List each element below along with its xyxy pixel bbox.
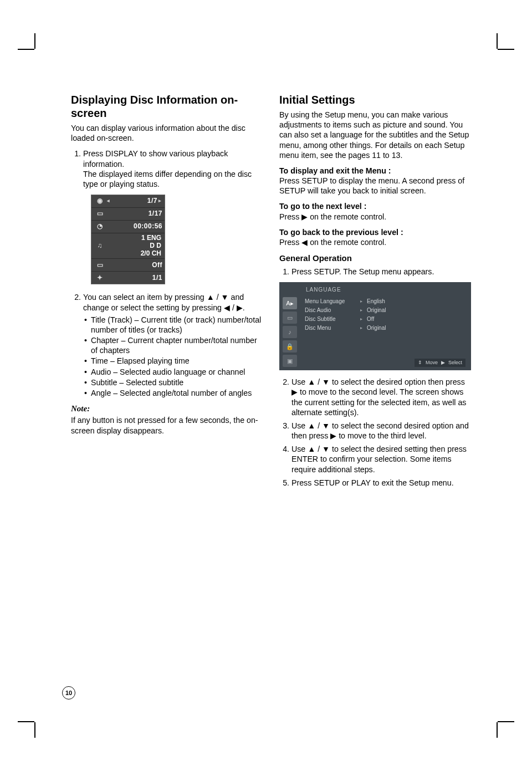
setup-item: Disc Subtitle ▸ Off xyxy=(305,315,467,324)
subtitle-icon: ▭ xyxy=(94,260,106,270)
updown-icon: ⇕ xyxy=(418,360,422,366)
setup-item: Disc Menu ▸ Original xyxy=(305,324,467,333)
setup-value: Original xyxy=(367,325,386,332)
list-item: Use ▲ / ▼ to select the desired option t… xyxy=(291,377,471,417)
paragraph: To go back to the previous level : Press… xyxy=(279,227,471,247)
chevron-right-icon: ▸ xyxy=(360,308,367,313)
body-text: Press ▶ on the remote control. xyxy=(279,212,386,221)
paragraph: To display and exit the Menu : Press SET… xyxy=(279,166,471,196)
tab-others-icon: ▣ xyxy=(283,355,297,367)
tab-language-icon: A▸ xyxy=(283,297,297,309)
osd-value: 2/0 CH xyxy=(141,250,161,258)
crop-mark xyxy=(497,722,498,738)
osd-row-title: ◉ ◂ 1/7 ▸ xyxy=(91,195,165,208)
note-label: Note: xyxy=(71,404,263,414)
crop-mark xyxy=(34,33,35,49)
list-item: Press SETUP or PLAY to exit the Setup me… xyxy=(291,478,471,488)
crop-mark xyxy=(18,49,34,50)
left-column: Displaying Disc Information on-screen Yo… xyxy=(71,93,263,493)
chevron-left-icon: ◂ xyxy=(106,198,111,205)
list-item: Use ▲ / ▼ to select the second desired o… xyxy=(291,421,471,441)
sub-heading: To display and exit the Menu : xyxy=(279,166,391,175)
osd-value: Off xyxy=(106,261,162,269)
setup-value: English xyxy=(367,298,385,305)
osd-row-subtitle: ▭ Off xyxy=(91,259,165,272)
chevron-right-icon: ▸ xyxy=(360,299,367,304)
setup-label: Disc Audio xyxy=(305,307,360,314)
osd-panel: ◉ ◂ 1/7 ▸ ▭ 1/17 ◔ 00:00:56 ♫ 1 ENG D D xyxy=(91,195,165,284)
osd-value: 1 ENG xyxy=(141,234,161,242)
body-text: Press SETUP to display the menu. A secon… xyxy=(279,176,464,195)
sub-heading: To go to the next level : xyxy=(279,202,366,211)
list-item: Use ▲ / ▼ to select the desired setting … xyxy=(291,444,471,474)
heading-general-operation: General Operation xyxy=(279,253,471,263)
step-text: The displayed items differ depending on … xyxy=(83,170,252,188)
steps-list-right-cont: Use ▲ / ▼ to select the desired option t… xyxy=(279,377,471,488)
setup-item: Disc Audio ▸ Original xyxy=(305,306,467,315)
paragraph: To go to the next level : Press ▶ on the… xyxy=(279,201,471,221)
crop-mark xyxy=(497,33,498,49)
osd-row-chapter: ▭ 1/17 xyxy=(91,208,165,221)
crop-mark xyxy=(34,722,35,738)
setup-menu-panel: LANGUAGE A▸ ▭ ♪ 🔒 ▣ Menu Language ▸ Engl… xyxy=(279,282,471,370)
disc-icon: ◉ xyxy=(94,196,106,206)
steps-list-right: Press SETUP. The Setup menu appears. xyxy=(279,267,471,277)
setup-item: Menu Language ▸ English xyxy=(305,297,467,306)
crop-mark xyxy=(498,721,514,722)
setup-label: Menu Language xyxy=(305,298,360,305)
intro-text: You can display various information abou… xyxy=(71,123,263,143)
footer-label: Move xyxy=(426,360,438,366)
chevron-right-icon: ▶ xyxy=(441,360,445,366)
list-item: Time – Elapsed playing time xyxy=(91,356,263,366)
clock-icon: ◔ xyxy=(94,222,106,232)
osd-value: 1/7 xyxy=(111,197,157,205)
list-item: Chapter – Current chapter number/total n… xyxy=(91,335,263,355)
tab-audio-icon: ♪ xyxy=(283,326,297,338)
setup-list: Menu Language ▸ English Disc Audio ▸ Ori… xyxy=(305,297,467,367)
tab-lock-icon: 🔒 xyxy=(283,340,297,353)
chapter-icon: ▭ xyxy=(94,209,106,219)
step-text: Press DISPLAY to show various playback i… xyxy=(83,149,228,168)
setup-label: Disc Menu xyxy=(305,325,360,332)
steps-list-left-1: Press DISPLAY to show various playback i… xyxy=(71,149,263,189)
osd-row-audio: ♫ 1 ENG D D 2/0 CH xyxy=(91,233,165,259)
bullet-list: Title (Track) – Current title (or track)… xyxy=(83,315,263,398)
note-body: If any button is not pressed for a few s… xyxy=(71,415,263,435)
page-number: 10 xyxy=(62,686,75,699)
headphones-icon: ♫ xyxy=(94,241,106,251)
list-item: Title (Track) – Current title (or track)… xyxy=(91,315,263,335)
page-content: Displaying Disc Information on-screen Yo… xyxy=(71,93,471,493)
chevron-right-icon: ▸ xyxy=(360,316,367,322)
chevron-right-icon: ▸ xyxy=(360,325,367,331)
angle-icon: ✦ xyxy=(94,273,106,283)
crop-mark xyxy=(18,721,34,722)
step-text: You can select an item by pressing ▲ / ▼… xyxy=(83,293,245,312)
list-item: You can select an item by pressing ▲ / ▼… xyxy=(83,292,263,398)
heading-initial-settings: Initial Settings xyxy=(279,93,471,106)
setup-footer: ⇕ Move ▶ Select xyxy=(415,359,466,367)
footer-label: Select xyxy=(448,360,462,366)
osd-row-time: ◔ 00:00:56 xyxy=(91,221,165,233)
body-text: Press ◀ on the remote control. xyxy=(279,238,386,247)
list-item: Audio – Selected audio language or chann… xyxy=(91,367,263,377)
osd-value: 1/17 xyxy=(106,210,162,218)
setup-tabs: A▸ ▭ ♪ 🔒 ▣ xyxy=(283,297,299,367)
setup-label: Disc Subtitle xyxy=(305,316,360,323)
list-item: Press DISPLAY to show various playback i… xyxy=(83,149,263,189)
heading-disc-info: Displaying Disc Information on-screen xyxy=(71,93,263,120)
intro-text: By using the Setup menu, you can make va… xyxy=(279,110,471,160)
right-column: Initial Settings By using the Setup menu… xyxy=(279,93,471,493)
osd-value: 1/1 xyxy=(106,274,162,282)
chevron-right-icon: ▸ xyxy=(157,198,162,205)
tab-display-icon: ▭ xyxy=(283,312,297,324)
setup-body: A▸ ▭ ♪ 🔒 ▣ Menu Language ▸ English xyxy=(283,297,467,367)
setup-value: Off xyxy=(367,316,374,323)
osd-value: 00:00:56 xyxy=(106,222,162,231)
osd-row-angle: ✦ 1/1 xyxy=(91,272,165,284)
setup-header: LANGUAGE xyxy=(306,287,467,294)
steps-list-left-2: You can select an item by pressing ▲ / ▼… xyxy=(71,292,263,398)
osd-value: D D xyxy=(150,242,161,250)
sub-heading: To go back to the previous level : xyxy=(279,228,403,237)
list-item: Subtitle – Selected subtitle xyxy=(91,377,263,387)
setup-value: Original xyxy=(367,307,386,314)
